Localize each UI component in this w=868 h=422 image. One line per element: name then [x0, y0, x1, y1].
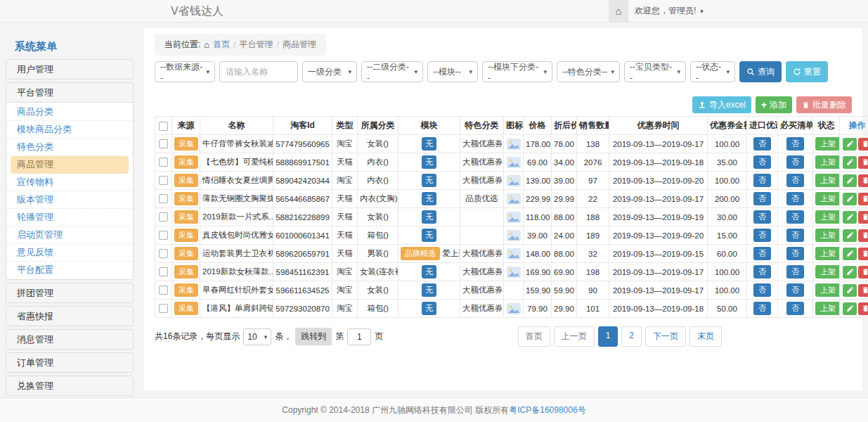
must-buy-toggle[interactable]: 否 [786, 302, 804, 315]
breadcrumb-home-link[interactable]: 首页 [213, 39, 230, 51]
name-filter-input[interactable] [219, 61, 298, 82]
sidebar-section-user[interactable]: 用户管理 [6, 59, 134, 79]
edit-button[interactable] [843, 211, 857, 224]
home-button[interactable]: ⌂ [609, 0, 628, 22]
user-menu[interactable]: 欢迎您，管理员! ▾ [635, 0, 704, 22]
import-select-toggle[interactable]: 否 [753, 192, 771, 205]
must-buy-toggle[interactable]: 否 [786, 247, 804, 260]
import-select-toggle[interactable]: 否 [753, 283, 771, 297]
delete-button[interactable] [858, 229, 868, 242]
pager-first[interactable]: 首页 [518, 326, 550, 347]
must-buy-toggle[interactable]: 否 [786, 283, 804, 297]
import-select-toggle[interactable]: 否 [753, 155, 771, 169]
import-select-toggle[interactable]: 否 [753, 210, 771, 224]
row-checkbox[interactable] [159, 158, 168, 167]
status-toggle[interactable]: 上架 [815, 283, 840, 297]
add-button[interactable]: + 添加 [756, 96, 792, 113]
module-sub-select[interactable]: --模块下分类-- ▾ [482, 61, 552, 82]
delete-button[interactable] [858, 284, 868, 297]
delete-button[interactable] [858, 138, 868, 151]
delete-button[interactable] [858, 248, 868, 260]
status-toggle[interactable]: 上架 [815, 302, 840, 315]
select-all-checkbox[interactable] [159, 122, 168, 131]
edit-button[interactable] [843, 284, 857, 297]
sidebar-item-module-goods-category[interactable]: 模块商品分类 [6, 121, 133, 139]
edit-button[interactable] [843, 156, 857, 169]
sidebar-section-message[interactable]: 消息管理 [6, 329, 134, 350]
must-buy-toggle[interactable]: 否 [786, 265, 804, 279]
row-checkbox[interactable] [159, 286, 168, 295]
import-select-toggle[interactable]: 否 [753, 247, 771, 260]
status-toggle[interactable]: 上架 [815, 174, 840, 187]
jump-page-input[interactable] [347, 328, 371, 345]
batch-delete-button[interactable]: 批量删除 [796, 96, 852, 113]
reset-button[interactable]: 重置 [786, 61, 828, 82]
must-buy-toggle[interactable]: 否 [786, 137, 804, 151]
edit-button[interactable] [843, 138, 857, 151]
jump-button[interactable]: 跳转到 [295, 328, 332, 345]
must-buy-toggle[interactable]: 否 [786, 210, 804, 224]
sidebar-item-splash-page[interactable]: 启动页管理 [6, 226, 133, 244]
must-buy-toggle[interactable]: 否 [786, 155, 804, 169]
row-checkbox[interactable] [159, 176, 168, 185]
level2-category-select[interactable]: --二级分类-- ▾ [361, 61, 423, 82]
row-checkbox[interactable] [159, 139, 168, 148]
row-checkbox[interactable] [159, 212, 168, 222]
module-select[interactable]: --模块-- ▾ [427, 61, 478, 82]
sidebar-item-platform-config[interactable]: 平台配置 [6, 262, 133, 279]
sidebar-section-express[interactable]: 省惠快报 [6, 306, 134, 326]
must-buy-toggle[interactable]: 否 [786, 174, 804, 187]
status-toggle[interactable]: 上架 [815, 229, 840, 242]
page-size-select[interactable]: 10 ▾ [243, 328, 271, 345]
status-toggle[interactable]: 上架 [815, 137, 840, 151]
data-source-select[interactable]: --数据来源-- ▾ [155, 61, 215, 82]
sidebar-item-promo-material[interactable]: 宣传物料 [6, 174, 133, 191]
edit-button[interactable] [843, 302, 857, 315]
item-type-select[interactable]: --宝贝类型-- ▾ [624, 61, 686, 82]
sidebar-section-group-buy[interactable]: 拼团管理 [6, 283, 134, 303]
special-category-select[interactable]: --特色分类-- ▾ [557, 61, 620, 82]
icp-link[interactable]: 粤ICP备16098006号 [509, 404, 585, 416]
status-toggle[interactable]: 上架 [815, 247, 840, 260]
status-toggle[interactable]: 上架 [815, 210, 840, 224]
must-buy-toggle[interactable]: 否 [786, 229, 804, 242]
row-checkbox[interactable] [159, 267, 168, 276]
edit-button[interactable] [843, 193, 857, 205]
sidebar-item-goods-category[interactable]: 商品分类 [6, 103, 133, 121]
delete-button[interactable] [858, 174, 868, 187]
pager-page-2[interactable]: 2 [621, 326, 642, 347]
status-toggle[interactable]: 上架 [815, 192, 840, 205]
delete-button[interactable] [858, 211, 868, 224]
sidebar-item-goods-management[interactable]: 商品管理 [11, 156, 129, 174]
import-select-toggle[interactable]: 否 [753, 302, 771, 315]
sidebar-section-platform[interactable]: 平台管理 [6, 82, 134, 103]
delete-button[interactable] [858, 302, 868, 315]
pager-next[interactable]: 下一页 [645, 326, 686, 347]
row-checkbox[interactable] [159, 249, 168, 258]
edit-button[interactable] [843, 229, 857, 242]
delete-button[interactable] [858, 156, 868, 169]
delete-button[interactable] [858, 193, 868, 205]
row-checkbox[interactable] [159, 304, 168, 313]
sidebar-item-carousel[interactable]: 轮播管理 [6, 209, 133, 226]
search-button[interactable]: 查询 [739, 61, 782, 82]
edit-button[interactable] [843, 266, 857, 279]
import-select-toggle[interactable]: 否 [753, 265, 771, 279]
level1-category-select[interactable]: 一级分类 ▾ [302, 61, 357, 82]
sidebar-section-exchange[interactable]: 兑换管理 [6, 376, 134, 396]
import-select-toggle[interactable]: 否 [753, 137, 771, 151]
row-checkbox[interactable] [159, 231, 168, 240]
edit-button[interactable] [843, 248, 857, 260]
status-toggle[interactable]: 上架 [815, 155, 840, 169]
sidebar-section-order[interactable]: 订单管理 [6, 352, 134, 373]
import-excel-button[interactable]: 导入excel [692, 96, 751, 113]
delete-button[interactable] [858, 266, 868, 279]
import-select-toggle[interactable]: 否 [753, 174, 771, 187]
must-buy-toggle[interactable]: 否 [786, 192, 804, 205]
import-select-toggle[interactable]: 否 [753, 229, 771, 242]
edit-button[interactable] [843, 174, 857, 187]
pager-prev[interactable]: 上一页 [554, 326, 595, 347]
sidebar-item-version[interactable]: 版本管理 [6, 191, 133, 209]
pager-page-1[interactable]: 1 [598, 326, 618, 347]
sidebar-item-feedback[interactable]: 意见反馈 [6, 244, 133, 262]
